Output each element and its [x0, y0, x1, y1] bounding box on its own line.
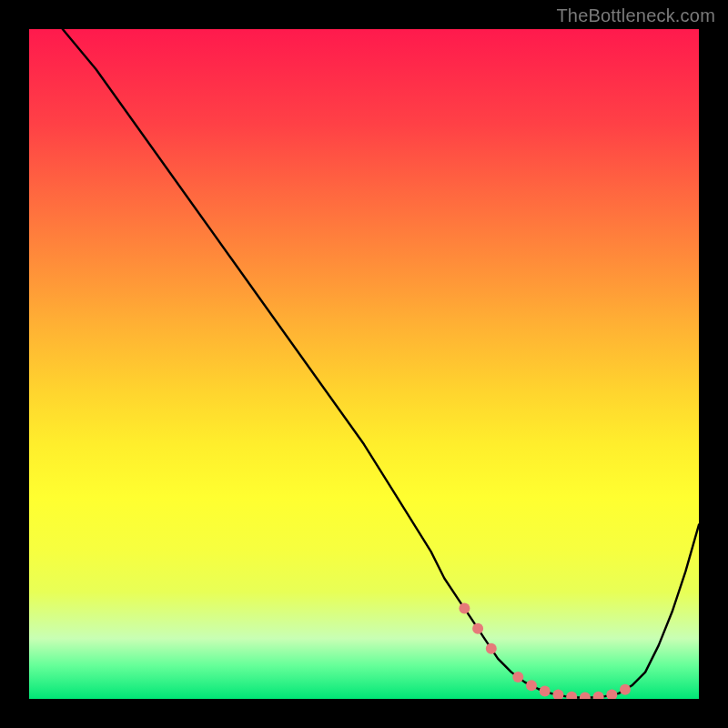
- chart-frame: TheBottleneck.com: [0, 0, 728, 728]
- curve-marker: [552, 690, 563, 699]
- curve-marker: [459, 603, 470, 614]
- curve-marker: [580, 693, 591, 700]
- curve-marker: [472, 623, 483, 634]
- curve-marker: [606, 690, 617, 699]
- curve-marker: [486, 643, 497, 654]
- curve-marker: [512, 672, 523, 682]
- curve-marker: [566, 692, 577, 699]
- curve-marker: [540, 686, 551, 697]
- curve-marker: [620, 684, 631, 695]
- watermark-text: TheBottleneck.com: [556, 5, 715, 26]
- curve-markers: [459, 603, 631, 699]
- curve-marker: [593, 692, 604, 699]
- chart-svg: [29, 29, 699, 699]
- plot-area: [29, 29, 699, 699]
- bottleneck-curve: [63, 29, 699, 698]
- curve-marker: [526, 680, 537, 691]
